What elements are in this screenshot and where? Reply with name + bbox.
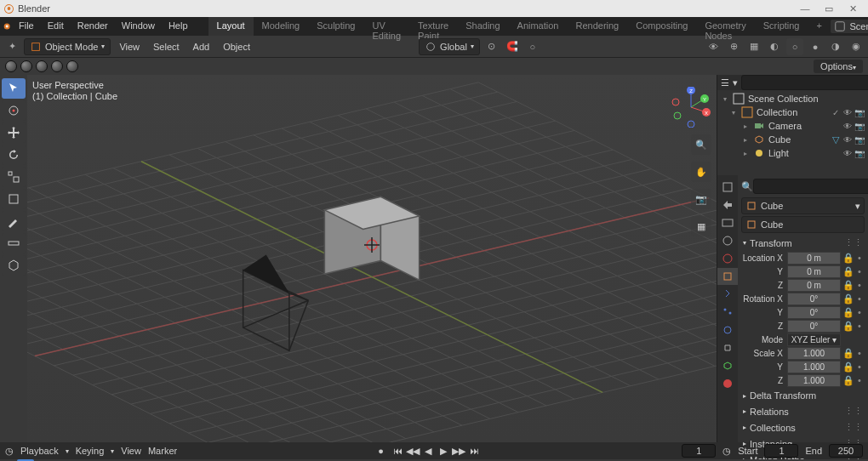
ptab-modifier[interactable] [717,286,738,303]
timeline-keying[interactable]: Keying [76,446,105,456]
tool-move[interactable] [2,122,26,143]
location-z-field[interactable]: 0 m [787,279,841,292]
tab-layout[interactable]: Layout [208,17,254,36]
ptab-data[interactable] [717,357,738,374]
panel-collections[interactable]: ▸Collections⋮⋮ [741,419,865,435]
location-y-field[interactable]: 0 m [787,265,841,278]
ptab-viewlayer[interactable] [717,214,738,231]
tool-annotate[interactable] [2,211,26,231]
tab-uv[interactable]: UV Editing [363,17,409,36]
snap-icon[interactable]: 🧲 [504,38,521,55]
submenu-add[interactable]: Add [188,42,215,52]
options-dropdown[interactable]: Options▾ [814,60,863,73]
close-button[interactable]: ✕ [841,3,865,14]
orientation-selector[interactable]: Global ▾ [419,38,480,55]
proportional-icon[interactable]: ○ [524,38,541,55]
perspective-icon[interactable]: ▦ [691,216,711,236]
pan-icon[interactable]: ✋ [691,162,711,182]
play-rev-icon[interactable]: ◀ [421,446,435,457]
tab-scripting[interactable]: Scripting [755,17,808,36]
rotation-x-field[interactable]: 0° [787,293,841,305]
menu-help[interactable]: Help [162,17,195,36]
ptab-render[interactable] [717,179,738,196]
editor-type-icon[interactable]: ◷ [5,446,14,457]
zoom-icon[interactable]: 🔍 [691,134,711,155]
play-icon[interactable]: ▶ [437,446,450,457]
matcap-ball[interactable] [51,60,63,72]
current-frame-field[interactable]: 1 [682,444,716,458]
timeline-marker[interactable]: Marker [148,446,177,456]
timeline-view[interactable]: View [121,446,141,456]
tool-add-cube[interactable] [2,255,26,276]
property-search[interactable] [753,179,868,194]
camera-view-icon[interactable]: 📷 [691,189,711,209]
submenu-select[interactable]: Select [148,42,185,52]
ptab-scene[interactable] [717,232,738,249]
tab-compositing[interactable]: Compositing [627,17,696,36]
jump-end-icon[interactable]: ⏭ [467,446,481,457]
ptab-constraints[interactable] [717,339,738,356]
timeline-playback[interactable]: Playback [20,446,59,456]
menu-edit[interactable]: Edit [41,17,71,36]
matcap-ball[interactable] [5,60,17,72]
scene-selector[interactable]: Scene [830,19,868,34]
outliner-tree[interactable]: ▾ Scene Collection ▾ Collection ✓👁📷 ▸ Ca… [717,90,868,175]
xray-icon[interactable]: ◐ [766,38,783,55]
ptab-physics[interactable] [717,322,738,339]
matcap-ball[interactable] [20,60,32,72]
breadcrumb[interactable]: Cube▾ [741,197,865,214]
start-frame-field[interactable]: 1 [764,444,798,458]
scale-z-field[interactable]: 1.000 [787,374,841,387]
tab-shading[interactable]: Shading [457,17,508,36]
tab-sculpting[interactable]: Sculpting [308,17,363,36]
tab-geonodes[interactable]: Geometry Nodes [696,17,754,36]
ptab-object[interactable] [717,268,738,285]
tool-transform[interactable] [2,189,26,209]
panel-delta[interactable]: ▸Delta Transform [741,388,865,403]
tab-texpaint[interactable]: Texture Paint [409,17,457,36]
overlay-icon[interactable]: ▦ [745,38,762,55]
editor-type-icon[interactable]: ☰ [721,77,729,88]
panel-relations[interactable]: ▸Relations⋮⋮ [741,403,865,419]
tab-add[interactable]: + [808,17,826,36]
ptab-material[interactable] [717,375,738,392]
outliner-search[interactable] [741,75,868,90]
tab-rendering[interactable]: Rendering [567,17,627,36]
tab-animation[interactable]: Animation [509,17,568,36]
autokey-icon[interactable]: ● [378,446,384,456]
matcap-ball[interactable] [36,60,48,72]
rotation-z-field[interactable]: 0° [787,320,841,333]
submenu-object[interactable]: Object [218,42,255,52]
rotation-y-field[interactable]: 0° [787,306,841,319]
matcap-ball[interactable] [66,60,78,72]
tool-scale[interactable] [2,167,26,187]
maximize-button[interactable]: ▭ [817,3,841,14]
shading-matprev-icon[interactable]: ◑ [827,38,844,55]
minimize-button[interactable]: — [793,3,817,14]
tool-rotate[interactable] [2,145,26,165]
tool-cursor[interactable] [2,100,26,121]
tool-select[interactable] [2,78,26,99]
ptab-particles[interactable] [717,304,738,321]
shading-rendered-icon[interactable]: ◉ [848,38,865,55]
visibility-icon[interactable]: 👁 [705,38,722,55]
tab-modeling[interactable]: Modeling [254,17,309,36]
ptab-output[interactable] [717,196,738,213]
gizmo-icon[interactable]: ⊕ [725,38,742,55]
pivot-icon[interactable]: ⊙ [483,38,500,55]
menu-file[interactable]: File [12,17,41,36]
end-frame-field[interactable]: 250 [829,444,863,458]
display-mode-icon[interactable]: ▾ [733,77,738,88]
ptab-world[interactable] [717,250,738,267]
location-x-field[interactable]: 0 m [787,252,841,265]
shading-wireframe-icon[interactable]: ○ [786,38,803,55]
scale-y-field[interactable]: 1.000 [787,361,841,373]
preview-range-icon[interactable]: ◷ [722,446,731,457]
data-block[interactable]: Cube [741,216,865,233]
nav-gizmo[interactable]: X Y Z [671,87,711,128]
submenu-view[interactable]: View [114,42,145,52]
jump-start-icon[interactable]: ⏮ [391,446,404,457]
shading-solid-icon[interactable]: ● [807,38,824,55]
editor-type-icon[interactable]: ✦ [3,38,20,55]
panel-transform[interactable]: ▾Transform⋮⋮ [741,235,865,251]
